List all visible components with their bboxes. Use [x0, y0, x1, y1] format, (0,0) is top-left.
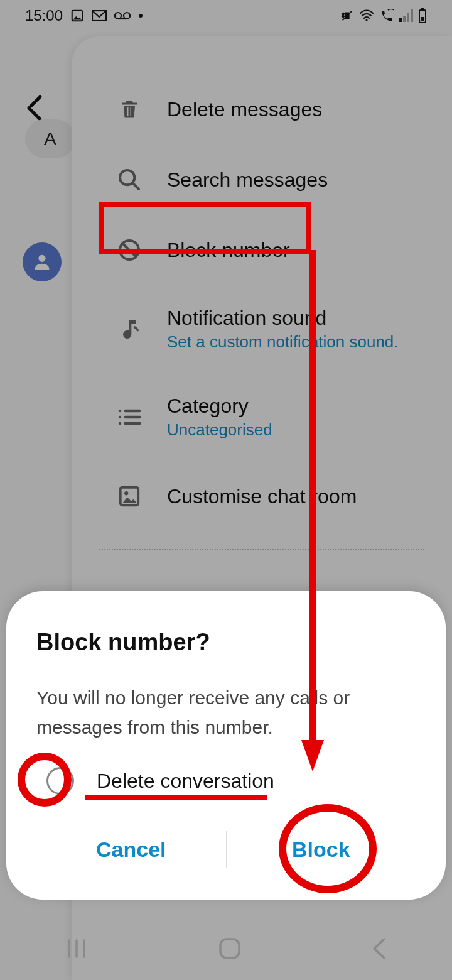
- status-bar: 15:00: [0, 0, 452, 31]
- svg-rect-20: [345, 13, 349, 19]
- wifi-icon: [359, 9, 374, 22]
- svg-rect-23: [403, 16, 406, 22]
- cancel-button[interactable]: Cancel: [36, 825, 226, 874]
- svg-rect-22: [399, 18, 402, 22]
- svg-point-16: [115, 13, 121, 19]
- svg-point-19: [139, 14, 143, 18]
- screen-root: A Delete messages Search messages Block …: [0, 0, 452, 980]
- block-button[interactable]: Block: [227, 825, 416, 874]
- battery-icon: [418, 8, 427, 23]
- system-nav-bar: [0, 917, 452, 980]
- voicemail-icon: [114, 11, 131, 21]
- delete-conversation-checkbox-row[interactable]: Delete conversation: [36, 767, 416, 795]
- svg-rect-32: [220, 939, 239, 958]
- vibrate-icon: [340, 9, 354, 23]
- svg-point-17: [124, 13, 130, 19]
- signal-icon: [399, 9, 413, 22]
- svg-point-21: [365, 19, 367, 21]
- dialog-body: You will no longer receive any calls or …: [36, 683, 416, 742]
- checkbox-label: Delete conversation: [97, 770, 274, 793]
- recents-nav-icon[interactable]: [64, 938, 89, 959]
- wifi-calling-icon: [379, 9, 394, 23]
- more-dot-icon: [138, 13, 143, 18]
- checkbox-unchecked-icon[interactable]: [46, 767, 74, 795]
- status-time: 15:00: [25, 7, 63, 24]
- dialog-actions: Cancel Block: [36, 825, 416, 874]
- dialog-title: Block number?: [36, 629, 416, 656]
- block-number-dialog: Block number? You will no longer receive…: [6, 591, 446, 900]
- picture-indicator-icon: [70, 9, 84, 23]
- back-nav-icon[interactable]: [370, 937, 388, 961]
- svg-rect-24: [407, 13, 409, 22]
- svg-rect-27: [421, 8, 424, 10]
- svg-rect-25: [411, 9, 413, 22]
- gmail-icon: [92, 10, 107, 21]
- svg-rect-28: [421, 17, 424, 21]
- home-nav-icon[interactable]: [217, 935, 243, 962]
